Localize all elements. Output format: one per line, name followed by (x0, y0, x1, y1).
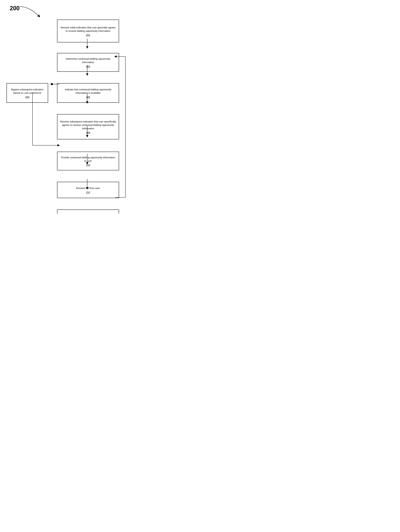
box-205: Bypass subsequent indication based on us… (6, 83, 48, 103)
box-212: Receive bid from user 212 (57, 182, 119, 198)
flowchart-container: Receive initial indication that user gen… (3, 5, 157, 210)
box-208: Receive subsequent indication that user … (57, 114, 119, 139)
box-210: Provide contextual bidding opportunity i… (57, 152, 119, 170)
box-214: Transaction completed or declined 214 (57, 209, 119, 214)
box-206: Indicate that contextual bidding opportu… (57, 83, 119, 103)
box-204: Determine contextual bidding opportunity… (57, 53, 119, 72)
box-202: Receive initial indication that user gen… (57, 19, 119, 42)
